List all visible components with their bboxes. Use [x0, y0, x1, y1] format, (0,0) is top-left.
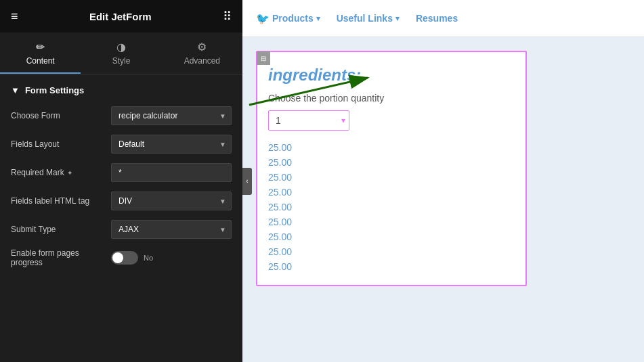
values-list: 25.00 25.00 25.00 25.00 25.00 25.00 25.0…: [268, 140, 515, 274]
useful-links-chevron: ▾: [395, 14, 400, 23]
list-item: 25.00: [268, 214, 515, 229]
widget-handle[interactable]: ⊟: [257, 51, 270, 65]
right-panel: 🐦 Products ▾ Useful Links ▾ Resumes ⊟ in…: [242, 0, 644, 362]
editor-title: Edit JetForm: [89, 11, 152, 22]
form-settings-header: ▼ Form Settings: [11, 85, 232, 95]
top-bar: ≡ Edit JetForm ⠿: [0, 0, 242, 32]
submit-type-row: Submit Type AJAX ▼: [11, 220, 232, 239]
products-label: Products: [272, 13, 314, 24]
list-item: 25.00: [268, 200, 515, 214]
tab-advanced[interactable]: ⚙ Advanced: [162, 32, 242, 74]
advanced-tab-label: Advanced: [184, 56, 220, 66]
fields-layout-wrapper: Default ▼: [111, 135, 232, 154]
tab-content[interactable]: ✏ Content: [0, 32, 81, 74]
hamburger-icon[interactable]: ≡: [11, 9, 18, 24]
choose-form-row: Choose Form recipe calculator ▼: [11, 106, 232, 125]
grid-icon[interactable]: ⠿: [223, 9, 232, 24]
content-area: ⊟ ingredients: Choose the portion quanti…: [242, 37, 644, 300]
content-tab-label: Content: [26, 56, 55, 66]
list-item: 25.00: [268, 185, 515, 200]
advanced-tab-icon: ⚙: [197, 41, 207, 53]
list-item: 25.00: [268, 229, 515, 244]
nav-item-resumes[interactable]: Resumes: [416, 13, 458, 24]
handle-icon: ⊟: [261, 55, 266, 62]
fields-layout-row: Fields Layout Default ▼: [11, 135, 232, 154]
style-tab-icon: ◑: [116, 41, 126, 53]
toggle-wrapper: No: [111, 251, 153, 265]
list-item: 25.00: [268, 259, 515, 274]
enable-form-pages-row: Enable form pages progress No: [11, 248, 232, 267]
choose-form-wrapper: recipe calculator ▼: [111, 106, 232, 125]
required-mark-icon: ✦: [67, 169, 72, 177]
choose-form-label: Choose Form: [11, 111, 106, 120]
list-item: 25.00: [268, 170, 515, 185]
widget-subtitle: Choose the portion quantity: [268, 93, 515, 104]
nav-bar: 🐦 Products ▾ Useful Links ▾ Resumes: [242, 0, 644, 37]
enable-form-pages-label: Enable form pages progress: [11, 248, 106, 267]
widget-title: ingredients:: [268, 66, 515, 85]
nav-item-useful-links[interactable]: Useful Links ▾: [337, 13, 400, 24]
required-mark-input[interactable]: *: [111, 163, 232, 182]
toggle-knob: [112, 252, 123, 263]
fields-label-tag-row: Fields label HTML tag DIV ▼: [11, 191, 232, 210]
list-item: 25.00: [268, 140, 515, 155]
resumes-label: Resumes: [416, 13, 458, 24]
submit-type-wrapper: AJAX ▼: [111, 220, 232, 239]
section-arrow: ▼: [11, 85, 20, 95]
submit-type-select[interactable]: AJAX: [111, 220, 232, 239]
style-tab-label: Style: [112, 56, 131, 66]
list-item: 25.00: [268, 155, 515, 170]
required-mark-label: Required Mark ✦: [11, 168, 106, 177]
fields-label-tag-wrapper: DIV ▼: [111, 191, 232, 210]
submit-type-label: Submit Type: [11, 225, 106, 234]
enable-form-pages-toggle[interactable]: [111, 251, 138, 265]
list-item: 25.00: [268, 244, 515, 259]
fields-layout-select[interactable]: Default: [111, 135, 232, 154]
products-chevron: ▾: [316, 14, 320, 23]
useful-links-label: Useful Links: [337, 13, 393, 24]
content-tab-icon: ✏: [36, 41, 45, 53]
required-mark-row: Required Mark ✦ *: [11, 163, 232, 182]
left-panel: ≡ Edit JetForm ⠿ ✏ Content ◑ Style ⚙ Adv…: [0, 0, 242, 362]
nav-item-products[interactable]: 🐦 Products ▾: [256, 12, 320, 25]
tab-bar: ✏ Content ◑ Style ⚙ Advanced: [0, 32, 242, 74]
toggle-off-label: No: [144, 254, 153, 262]
fields-layout-label: Fields Layout: [11, 139, 106, 149]
form-widget: ⊟ ingredients: Choose the portion quanti…: [256, 51, 527, 286]
fields-label-tag-label: Fields label HTML tag: [11, 196, 106, 206]
portion-select[interactable]: 1 2 3: [268, 110, 349, 131]
fields-label-tag-select[interactable]: DIV: [111, 191, 232, 210]
choose-form-select[interactable]: recipe calculator: [111, 106, 232, 125]
collapse-panel-button[interactable]: ‹: [242, 168, 252, 195]
portion-select-arrow: ▾: [341, 116, 345, 125]
section-title: Form Settings: [25, 85, 84, 95]
panel-content: ▼ Form Settings Choose Form recipe calcu…: [0, 74, 242, 362]
tab-style[interactable]: ◑ Style: [81, 32, 161, 74]
portion-select-wrapper: 1 2 3 ▾: [268, 110, 349, 131]
products-bird-icon: 🐦: [256, 12, 270, 25]
